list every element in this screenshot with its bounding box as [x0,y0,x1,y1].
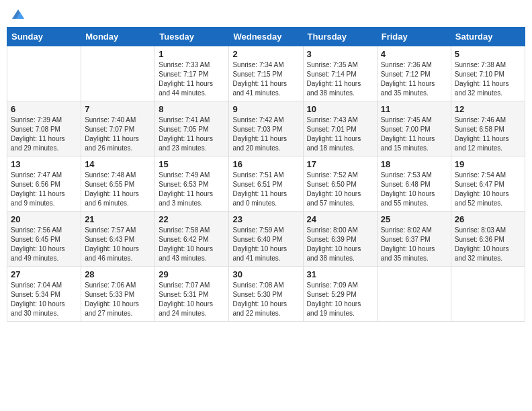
daylight-text: Daylight: 11 hours and 15 minutes. [381,135,435,152]
calendar-day-header: Sunday [7,28,81,46]
calendar-cell: 30 Sunrise: 7:08 AM Sunset: 5:30 PM Dayl… [229,267,303,322]
sunrise-text: Sunrise: 7:33 AM [159,61,210,68]
calendar-cell: 31 Sunrise: 7:09 AM Sunset: 5:29 PM Dayl… [303,267,377,322]
day-info: Sunrise: 7:33 AM Sunset: 7:17 PM Dayligh… [159,60,225,98]
day-number: 20 [11,214,77,224]
day-info: Sunrise: 7:39 AM Sunset: 7:08 PM Dayligh… [11,116,77,153]
sunrise-text: Sunrise: 7:38 AM [455,61,506,68]
day-number: 22 [159,214,225,224]
calendar-table: SundayMondayTuesdayWednesdayThursdayFrid… [7,27,525,322]
day-info: Sunrise: 8:00 AM Sunset: 6:39 PM Dayligh… [307,226,373,263]
sunset-text: Sunset: 7:10 PM [455,71,504,78]
day-number: 10 [307,104,373,114]
sunset-text: Sunset: 6:55 PM [85,181,134,188]
sunset-text: Sunset: 7:03 PM [232,126,282,133]
day-number: 31 [307,269,373,279]
sunrise-text: Sunrise: 7:47 AM [11,171,62,179]
calendar-header-row: SundayMondayTuesdayWednesdayThursdayFrid… [7,28,525,46]
sunrise-text: Sunrise: 8:00 AM [307,226,358,234]
sunset-text: Sunset: 7:05 PM [159,126,208,133]
daylight-text: Daylight: 11 hours and 9 minutes. [11,190,65,207]
day-number: 12 [455,104,521,114]
sunset-text: Sunset: 6:39 PM [307,236,357,243]
sunrise-text: Sunrise: 7:39 AM [11,116,62,124]
daylight-text: Daylight: 11 hours and 23 minutes. [159,135,213,152]
sunset-text: Sunset: 6:53 PM [159,181,208,188]
day-info: Sunrise: 7:04 AM Sunset: 5:34 PM Dayligh… [11,281,77,318]
day-number: 3 [307,49,373,59]
day-info: Sunrise: 7:07 AM Sunset: 5:31 PM Dayligh… [159,281,225,318]
calendar-cell: 7 Sunrise: 7:40 AM Sunset: 7:07 PM Dayli… [81,101,155,156]
sunrise-text: Sunrise: 7:45 AM [381,116,432,124]
calendar-cell: 21 Sunrise: 7:57 AM Sunset: 6:43 PM Dayl… [81,212,155,267]
sunset-text: Sunset: 5:30 PM [232,291,282,298]
calendar-cell: 13 Sunrise: 7:47 AM Sunset: 6:56 PM Dayl… [7,156,81,212]
logo [9,7,26,21]
calendar-cell: 14 Sunrise: 7:48 AM Sunset: 6:55 PM Dayl… [81,156,155,212]
calendar-cell: 20 Sunrise: 7:56 AM Sunset: 6:45 PM Dayl… [7,212,81,267]
day-number: 1 [159,49,225,59]
calendar-day-header: Thursday [303,28,377,46]
day-number: 18 [381,159,447,169]
daylight-text: Daylight: 10 hours and 24 minutes. [159,300,213,317]
day-number: 26 [455,214,521,224]
day-info: Sunrise: 7:53 AM Sunset: 6:48 PM Dayligh… [381,171,447,208]
sunset-text: Sunset: 6:42 PM [159,236,208,243]
calendar-cell: 16 Sunrise: 7:51 AM Sunset: 6:51 PM Dayl… [229,156,303,212]
daylight-text: Daylight: 11 hours and 29 minutes. [11,135,65,152]
sunrise-text: Sunrise: 8:03 AM [455,226,506,234]
calendar-week-row: 1 Sunrise: 7:33 AM Sunset: 7:17 PM Dayli… [7,46,525,101]
sunrise-text: Sunrise: 7:52 AM [307,171,358,179]
calendar-cell [81,46,155,101]
day-number: 4 [381,49,447,59]
day-info: Sunrise: 7:59 AM Sunset: 6:40 PM Dayligh… [232,226,299,263]
daylight-text: Daylight: 11 hours and 41 minutes. [232,80,287,97]
day-number: 8 [159,104,225,114]
sunset-text: Sunset: 7:01 PM [307,126,357,133]
day-number: 23 [232,214,299,224]
daylight-text: Daylight: 11 hours and 44 minutes. [159,80,213,97]
daylight-text: Daylight: 10 hours and 49 minutes. [11,245,65,262]
day-number: 21 [85,214,151,224]
calendar-cell: 6 Sunrise: 7:39 AM Sunset: 7:08 PM Dayli… [7,101,81,156]
day-number: 24 [307,214,373,224]
sunset-text: Sunset: 7:07 PM [85,126,134,133]
sunset-text: Sunset: 6:51 PM [232,181,282,188]
daylight-text: Daylight: 11 hours and 20 minutes. [232,135,287,152]
day-info: Sunrise: 8:03 AM Sunset: 6:36 PM Dayligh… [455,226,521,263]
calendar-cell [377,267,451,322]
calendar-cell: 23 Sunrise: 7:59 AM Sunset: 6:40 PM Dayl… [229,212,303,267]
sunrise-text: Sunrise: 7:34 AM [232,61,283,68]
daylight-text: Daylight: 10 hours and 46 minutes. [85,245,139,262]
sunset-text: Sunset: 7:12 PM [381,71,431,78]
day-info: Sunrise: 7:45 AM Sunset: 7:00 PM Dayligh… [381,116,447,153]
day-number: 13 [11,159,77,169]
daylight-text: Daylight: 10 hours and 38 minutes. [307,245,361,262]
calendar-cell: 10 Sunrise: 7:43 AM Sunset: 7:01 PM Dayl… [303,101,377,156]
sunrise-text: Sunrise: 8:02 AM [381,226,432,234]
day-info: Sunrise: 7:58 AM Sunset: 6:42 PM Dayligh… [159,226,225,263]
calendar-day-header: Monday [81,28,155,46]
sunset-text: Sunset: 6:58 PM [455,126,504,133]
sunset-text: Sunset: 6:56 PM [11,181,60,188]
calendar-week-row: 20 Sunrise: 7:56 AM Sunset: 6:45 PM Dayl… [7,212,525,267]
day-info: Sunrise: 7:46 AM Sunset: 6:58 PM Dayligh… [455,116,521,153]
daylight-text: Daylight: 11 hours and 18 minutes. [307,135,361,152]
day-info: Sunrise: 7:40 AM Sunset: 7:07 PM Dayligh… [85,116,151,153]
day-number: 2 [232,49,299,59]
daylight-text: Daylight: 10 hours and 55 minutes. [381,190,435,207]
calendar-cell: 27 Sunrise: 7:04 AM Sunset: 5:34 PM Dayl… [7,267,81,322]
calendar-cell: 1 Sunrise: 7:33 AM Sunset: 7:17 PM Dayli… [155,46,229,101]
sunrise-text: Sunrise: 7:09 AM [307,281,358,289]
sunrise-text: Sunrise: 7:46 AM [455,116,506,124]
sunset-text: Sunset: 6:45 PM [11,236,60,243]
calendar-cell: 24 Sunrise: 8:00 AM Sunset: 6:39 PM Dayl… [303,212,377,267]
sunset-text: Sunset: 7:00 PM [381,126,431,133]
day-info: Sunrise: 7:57 AM Sunset: 6:43 PM Dayligh… [85,226,151,263]
calendar-week-row: 13 Sunrise: 7:47 AM Sunset: 6:56 PM Dayl… [7,156,525,212]
daylight-text: Daylight: 11 hours and 26 minutes. [85,135,139,152]
sunset-text: Sunset: 5:31 PM [159,291,208,298]
sunrise-text: Sunrise: 7:04 AM [11,281,62,289]
day-number: 27 [11,269,77,279]
calendar-cell: 5 Sunrise: 7:38 AM Sunset: 7:10 PM Dayli… [451,46,525,101]
